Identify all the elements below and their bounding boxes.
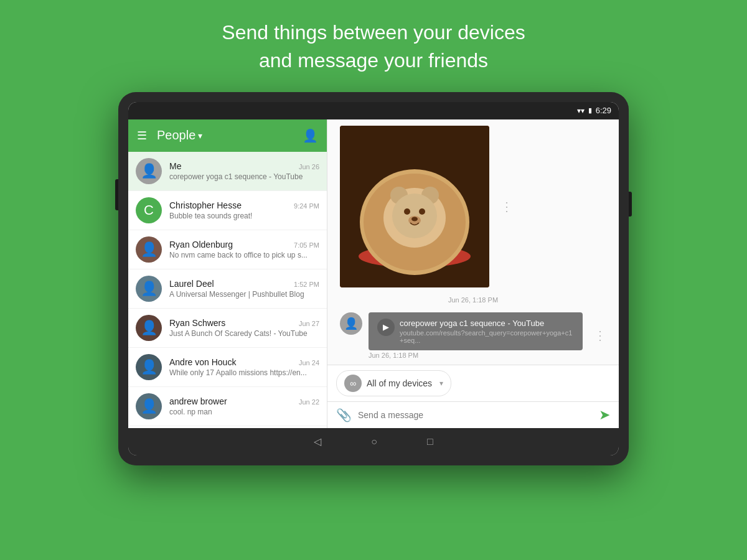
status-time: 6:29 xyxy=(596,106,611,115)
device-label: All of my devices xyxy=(367,378,432,388)
device-selector[interactable]: ∞ All of my devices ▾ xyxy=(336,370,451,396)
link-type-icon: ▶ xyxy=(377,319,395,336)
avatar-me xyxy=(136,158,162,184)
attach-icon[interactable]: 📎 xyxy=(336,408,352,422)
image-message: ⋮ xyxy=(340,126,513,287)
device-selector-area: ∞ All of my devices ▾ xyxy=(327,365,619,401)
hero-line2: and message your friends xyxy=(0,47,747,75)
wifi-icon: ▾▾ xyxy=(577,106,585,115)
conv-name: andrew brower xyxy=(169,396,227,406)
device-dropdown-arrow: ▾ xyxy=(439,379,443,388)
link-message-row: 👤 ▶ corepower yoga c1 sequence - YouTube xyxy=(340,312,606,359)
conv-name: Christopher Hesse xyxy=(169,200,242,210)
link-message-bubble: ▶ corepower yoga c1 sequence - YouTube y… xyxy=(369,312,583,350)
conv-item-me[interactable]: Me Jun 26 corepower yoga c1 sequence - Y… xyxy=(128,152,327,191)
link-title: corepower yoga c1 sequence - YouTube xyxy=(400,319,574,328)
message-input[interactable] xyxy=(358,410,593,420)
back-button[interactable]: ◁ xyxy=(314,436,321,447)
add-person-icon[interactable]: 👤 xyxy=(303,128,318,143)
conv-name: Ryan Schwers xyxy=(169,318,225,328)
infinity-icon: ∞ xyxy=(344,375,362,392)
recents-button[interactable]: □ xyxy=(427,436,433,447)
share-icon[interactable]: ⋮ xyxy=(500,199,513,214)
send-icon[interactable]: ➤ xyxy=(599,407,610,423)
link-time: Jun 26, 1:18 PM xyxy=(369,352,583,359)
conv-time: Jun 22 xyxy=(299,398,319,406)
message-timestamp: Jun 26, 1:18 PM xyxy=(340,296,606,304)
app-toolbar: ☰ People ▾ 👤 xyxy=(128,119,327,152)
link-url: youtube.com/results?search_query=corepow… xyxy=(400,329,574,344)
toolbar-title-text: People xyxy=(157,128,195,142)
conv-preview: Just A Bunch Of Scaredy Cats! - YouTube xyxy=(169,329,319,338)
conv-time: 1:52 PM xyxy=(294,281,319,288)
avatar-christopher: C xyxy=(136,197,162,223)
conv-name: Laurel Deel xyxy=(169,279,214,289)
conv-preview: Bubble tea sounds great! xyxy=(169,212,319,220)
toolbar-title-area[interactable]: People ▾ xyxy=(157,128,202,142)
hamburger-icon[interactable]: ☰ xyxy=(137,129,147,142)
conv-time: Jun 26 xyxy=(299,163,319,170)
android-nav: ◁ ○ □ xyxy=(128,428,619,455)
conv-item-christopher[interactable]: C Christopher Hesse 9:24 PM Bubble tea s… xyxy=(128,191,327,230)
conv-preview: cool. np man xyxy=(169,408,319,416)
conv-time: Jun 27 xyxy=(299,320,319,327)
link-sender-avatar: 👤 xyxy=(340,312,362,335)
svg-point-11 xyxy=(411,217,418,221)
chat-area: ⋮ Jun 26, 1:18 PM 👤 ▶ xyxy=(327,119,619,428)
conv-item-andre[interactable]: Andre von Houck Jun 24 While only 17 Apa… xyxy=(128,348,327,387)
conv-item-ryan-o[interactable]: Ryan Oldenburg 7:05 PM No nvm came back … xyxy=(128,230,327,269)
avatar-ryan-o xyxy=(136,236,162,263)
conv-name: Ryan Oldenburg xyxy=(169,240,233,250)
home-button[interactable]: ○ xyxy=(371,436,377,447)
conversation-list: Me Jun 26 corepower yoga c1 sequence - Y… xyxy=(128,152,327,428)
avatar-andrew xyxy=(136,393,162,419)
coffee-image xyxy=(340,126,489,287)
conv-time: 7:05 PM xyxy=(294,241,319,249)
link-share-icon[interactable]: ⋮ xyxy=(594,328,606,343)
battery-icon: ▮ xyxy=(588,106,592,114)
conv-preview: corepower yoga c1 sequence - YouTube xyxy=(169,172,319,181)
hero-line1: Send things between your devices xyxy=(0,19,747,47)
conv-time: Jun 24 xyxy=(299,359,319,366)
conv-name: Me xyxy=(169,161,181,171)
avatar-ryan-s xyxy=(136,315,162,341)
avatar-laurel xyxy=(136,276,162,302)
svg-point-8 xyxy=(404,208,410,215)
sidebar: ☰ People ▾ 👤 xyxy=(128,119,327,428)
conv-name: Andre von Houck xyxy=(169,357,236,367)
conv-preview: No nvm came back to office to pick up s.… xyxy=(169,251,319,259)
status-bar: ▾▾ ▮ 6:29 xyxy=(128,102,619,119)
tablet-device: ▾▾ ▮ 6:29 ☰ People ▾ xyxy=(118,92,629,465)
toolbar-dropdown-arrow: ▾ xyxy=(198,131,202,141)
conv-item-laurel[interactable]: Laurel Deel 1:52 PM A Universal Messenge… xyxy=(128,269,327,309)
conv-preview: A Universal Messenger | Pushbullet Blog xyxy=(169,290,319,299)
message-input-area: 📎 ➤ xyxy=(327,401,619,428)
conv-preview: While only 17 Apallo missions https://en… xyxy=(169,368,319,377)
conv-time: 9:24 PM xyxy=(294,202,319,210)
conv-item-ryan-s[interactable]: Ryan Schwers Jun 27 Just A Bunch Of Scar… xyxy=(128,309,327,348)
avatar-andre xyxy=(136,354,162,380)
svg-point-9 xyxy=(419,208,425,215)
conv-item-andrew[interactable]: andrew brower Jun 22 cool. np man xyxy=(128,387,327,426)
